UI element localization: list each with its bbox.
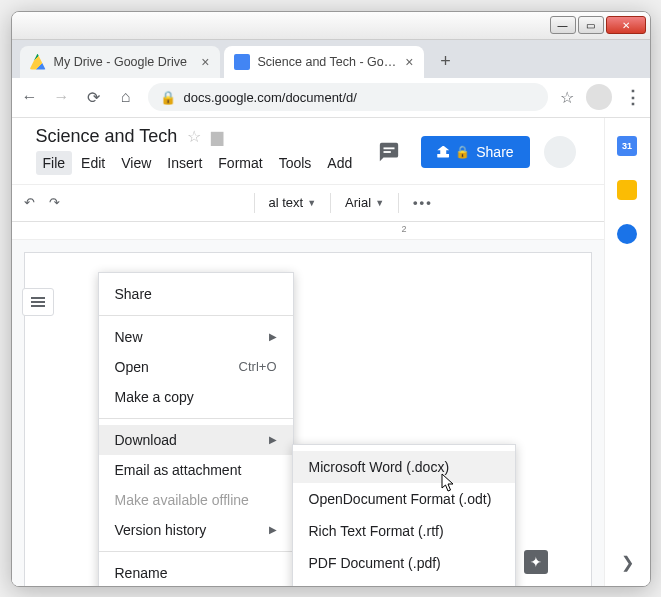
new-tab-button[interactable]: + (432, 48, 460, 76)
folder-icon[interactable]: ▆ (211, 127, 223, 146)
forward-button[interactable]: → (52, 88, 72, 106)
menu-label: Rename (115, 565, 168, 581)
home-button[interactable]: ⌂ (116, 88, 136, 106)
browser-tab-strip: My Drive - Google Drive × Science and Te… (12, 40, 650, 78)
chrome-menu-button[interactable]: ⋮ (624, 86, 642, 108)
comments-button[interactable] (371, 134, 407, 170)
chrome-profile-avatar[interactable] (586, 84, 612, 110)
tab-title: My Drive - Google Drive (54, 55, 194, 69)
menu-separator (99, 315, 293, 316)
tab-close-icon[interactable]: × (201, 54, 209, 70)
file-menu-version-history[interactable]: Version history▶ (99, 515, 293, 545)
file-menu-download[interactable]: Download▶ (99, 425, 293, 455)
back-button[interactable]: ← (20, 88, 40, 106)
doc-title-text: Science and Tech (36, 126, 178, 147)
window-maximize-button[interactable]: ▭ (578, 16, 604, 34)
tasks-icon[interactable] (617, 224, 637, 244)
menu-label: Version history (115, 522, 207, 538)
browser-tab-drive[interactable]: My Drive - Google Drive × (20, 46, 220, 78)
submenu-arrow-icon: ▶ (269, 434, 277, 445)
file-menu-rename[interactable]: Rename (99, 558, 293, 586)
menu-edit[interactable]: Edit (74, 151, 112, 175)
submenu-arrow-icon: ▶ (269, 331, 277, 342)
address-bar[interactable]: 🔒 docs.google.com/document/d/ (148, 83, 548, 111)
download-txt[interactable]: Plain Text (.txt) (293, 579, 515, 586)
menu-label: Share (115, 286, 152, 302)
docs-header: Science and Tech ☆ ▆ File Edit View Inse… (12, 118, 604, 178)
menu-label: OpenDocument Format (.odt) (309, 491, 492, 507)
menu-view[interactable]: View (114, 151, 158, 175)
chrome-window: — ▭ ✕ My Drive - Google Drive × Science … (11, 11, 651, 587)
account-avatar[interactable] (544, 136, 576, 168)
docs-main: Science and Tech ☆ ▆ File Edit View Inse… (12, 118, 604, 586)
submenu-arrow-icon: ▶ (269, 524, 277, 535)
redo-button[interactable]: ↷ (49, 195, 60, 210)
font-label: Arial (345, 195, 371, 210)
calendar-icon[interactable]: 31 (617, 136, 637, 156)
chevron-down-icon: ▼ (307, 198, 316, 208)
menu-file[interactable]: File (36, 151, 73, 175)
share-label: Share (476, 144, 513, 160)
menu-shortcut: Ctrl+O (239, 359, 277, 374)
download-pdf[interactable]: PDF Document (.pdf) (293, 547, 515, 579)
tab-close-icon[interactable]: × (405, 54, 413, 70)
google-side-panel: 31 ❯ (604, 118, 650, 586)
window-titlebar: — ▭ ✕ (12, 12, 650, 40)
menu-label: Make a copy (115, 389, 194, 405)
download-rtf[interactable]: Rich Text Format (.rtf) (293, 515, 515, 547)
google-docs-app: Science and Tech ☆ ▆ File Edit View Inse… (12, 118, 650, 586)
reload-button[interactable]: ⟳ (84, 88, 104, 107)
share-button[interactable]: 🔒 Share (421, 136, 529, 168)
file-menu-offline[interactable]: Make available offline (99, 485, 293, 515)
doc-title[interactable]: Science and Tech ☆ ▆ (36, 126, 360, 147)
menu-insert[interactable]: Insert (160, 151, 209, 175)
docs-menubar: File Edit View Insert Format Tools Add (36, 151, 360, 175)
ruler-tick: 2 (402, 224, 407, 234)
undo-button[interactable]: ↶ (24, 195, 35, 210)
keep-icon[interactable] (617, 180, 637, 200)
comment-icon (378, 141, 400, 163)
window-close-button[interactable]: ✕ (606, 16, 646, 34)
lock-icon: 🔒 (160, 90, 176, 105)
menu-label: New (115, 329, 143, 345)
file-menu-dropdown: Share New▶ OpenCtrl+O Make a copy Downlo… (98, 272, 294, 586)
outline-icon (31, 301, 45, 303)
lock-icon: 🔒 (455, 145, 470, 159)
menu-separator (99, 418, 293, 419)
outline-toggle-button[interactable] (22, 288, 54, 316)
bookmark-star-icon[interactable]: ☆ (560, 88, 574, 107)
file-menu-new[interactable]: New▶ (99, 322, 293, 352)
explore-button[interactable]: ✦ (524, 550, 548, 574)
download-odt[interactable]: OpenDocument Format (.odt) (293, 483, 515, 515)
menu-label: Microsoft Word (.docx) (309, 459, 450, 475)
window-minimize-button[interactable]: — (550, 16, 576, 34)
menu-label: Email as attachment (115, 462, 242, 478)
toolbar-separator (330, 193, 331, 213)
url-text: docs.google.com/document/d/ (184, 90, 357, 105)
menu-addons[interactable]: Add (320, 151, 359, 175)
paragraph-style-dropdown[interactable]: al text ▼ (269, 195, 317, 210)
file-menu-share[interactable]: Share (99, 279, 293, 309)
menu-separator (99, 551, 293, 552)
menu-format[interactable]: Format (211, 151, 269, 175)
svg-rect-1 (384, 151, 391, 153)
menu-label: Make available offline (115, 492, 249, 508)
menu-label: Open (115, 359, 149, 375)
style-label: al text (269, 195, 304, 210)
menu-label: PDF Document (.pdf) (309, 555, 441, 571)
collapse-side-panel-button[interactable]: ❯ (621, 553, 634, 572)
menu-tools[interactable]: Tools (272, 151, 319, 175)
menu-label: Download (115, 432, 177, 448)
download-docx[interactable]: Microsoft Word (.docx) (293, 451, 515, 483)
browser-tab-docs[interactable]: Science and Tech - Google × (224, 46, 424, 78)
toolbar-more-button[interactable]: ••• (413, 195, 433, 210)
file-menu-email[interactable]: Email as attachment (99, 455, 293, 485)
star-icon[interactable]: ☆ (187, 127, 201, 146)
toolbar-separator (254, 193, 255, 213)
svg-rect-0 (384, 147, 395, 149)
horizontal-ruler[interactable]: 2 (12, 222, 604, 240)
file-menu-open[interactable]: OpenCtrl+O (99, 352, 293, 382)
file-menu-make-copy[interactable]: Make a copy (99, 382, 293, 412)
font-dropdown[interactable]: Arial ▼ (345, 195, 384, 210)
docs-favicon-icon (234, 54, 250, 70)
